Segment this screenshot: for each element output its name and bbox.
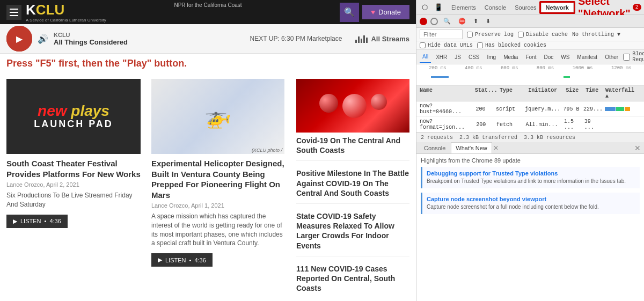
play-button-ring: ▶ xyxy=(6,26,32,52)
helicopter-image: 🚁 (KCLU photo / xyxy=(151,79,284,154)
search-button[interactable]: 🔍 xyxy=(340,3,359,22)
col-header-time: Time xyxy=(586,87,603,99)
whats-new-tab-button[interactable]: What's New xyxy=(451,142,492,153)
inspect-icon[interactable]: ⬡ xyxy=(420,2,430,12)
type-tab-js[interactable]: JS xyxy=(452,51,464,63)
blocked-requests-checkbox[interactable]: Blocked Requests xyxy=(623,51,644,63)
article-card-helicopter: 🚁 (KCLU photo / Experimental Helicopter … xyxy=(151,79,286,301)
theater-article-title[interactable]: South Coast Theater Festival Provides Pl… xyxy=(6,158,141,179)
tab-console[interactable]: Console xyxy=(480,3,510,12)
transferred-size: 2.3 kB transferred xyxy=(459,135,517,141)
logo-clu: CLU xyxy=(36,2,64,18)
devtools-toolbar2: 🔍 ⛔ ⬆ ⬇ xyxy=(416,15,644,28)
filter-input[interactable] xyxy=(420,30,463,39)
table-row[interactable]: now?format=json... 200 fetch All.min... … xyxy=(416,117,644,133)
screenshot-desc: Capture node screenshot for a full node … xyxy=(427,203,635,211)
milestone-article-title[interactable]: Positive Milestone In The Battle Against… xyxy=(296,168,409,198)
network-tab-wrapper: Network xyxy=(541,3,574,12)
donate-button[interactable]: ♥ Donate xyxy=(362,5,409,19)
type-tab-manifest[interactable]: Manifest xyxy=(574,51,600,63)
listen-separator-2: • xyxy=(189,257,192,263)
player-bar: ▶ 🔊 KCLU All Things Considered NEXT UP: … xyxy=(0,24,416,54)
record-stop-btn[interactable] xyxy=(420,18,427,25)
devtools-panel: ⬡ 📱 Elements Console Sources Network Sel… xyxy=(416,0,644,301)
theater-listen-button[interactable]: ▶ LISTEN • 4:36 xyxy=(6,215,68,228)
type-tab-ws[interactable]: WS xyxy=(558,51,572,63)
volume-icon[interactable]: 🔊 xyxy=(38,34,48,44)
row2-status: 200 xyxy=(476,122,494,128)
type-tab-font[interactable]: Font xyxy=(523,51,539,63)
disable-cache-checkbox[interactable]: Disable cache xyxy=(518,32,568,38)
play-triangle-icon: ▶ xyxy=(13,218,17,225)
all-streams-button[interactable]: All Streams xyxy=(355,34,409,43)
row2-type: fetch xyxy=(496,122,524,128)
wf-green-seg xyxy=(616,107,624,111)
type-tab-xhr[interactable]: XHR xyxy=(433,51,450,63)
row1-time: 229... xyxy=(583,106,603,112)
type-tab-media[interactable]: Media xyxy=(501,51,521,63)
type-filter-tabs: All XHR JS CSS Img Media Font Doc WS Man… xyxy=(416,50,644,64)
wf-orange-seg xyxy=(625,107,630,111)
wf-blue-seg xyxy=(605,107,616,111)
export-icon[interactable]: ⬇ xyxy=(484,17,493,26)
preserve-log-icon[interactable]: ⛔ xyxy=(456,17,468,26)
table-row[interactable]: now?bust=84660... 200 script jquery.m...… xyxy=(416,101,644,117)
row1-status: 200 xyxy=(476,106,494,112)
safety-article-title[interactable]: State COVID-19 Safety Measures Relaxed T… xyxy=(296,211,409,251)
row2-initiator: All.min... xyxy=(526,122,562,128)
has-blocked-cookies-checkbox[interactable]: Has blocked cookies xyxy=(477,42,546,48)
theater-plays-text: plays xyxy=(71,102,109,119)
tab-elements[interactable]: Elements xyxy=(447,3,480,12)
row1-initiator: jquery.m... xyxy=(525,106,561,112)
col-header-status: Stat... xyxy=(475,87,497,99)
station-program: All Things Considered xyxy=(54,38,245,46)
type-tab-css[interactable]: CSS xyxy=(466,51,482,63)
hide-data-urls-checkbox[interactable]: Hide data URLs xyxy=(420,42,473,48)
row2-size: 1.5 ... xyxy=(564,119,582,130)
clear-btn[interactable] xyxy=(430,18,438,25)
helicopter-article-title[interactable]: Experimental Helicopter Designed, Built … xyxy=(151,158,286,200)
filter-icon[interactable]: 🔍 xyxy=(441,17,453,26)
covid-article-title[interactable]: Covid-19 On The Central And South Coasts xyxy=(296,136,409,155)
col-header-size: Size xyxy=(566,87,583,99)
photo-credit: (KCLU photo / xyxy=(252,148,282,153)
requests-count: 2 requests xyxy=(421,135,453,141)
article-card-theater: new plays LAUNCH PAD South Coast Theater… xyxy=(6,79,141,301)
console-item-screenshot: Capture node screenshot beyond viewport … xyxy=(421,193,640,214)
screenshot-title[interactable]: Capture node screenshot beyond viewport xyxy=(427,196,635,202)
no-throttling-select[interactable]: No throttling ▼ xyxy=(572,32,620,38)
right-article-safety: State COVID-19 Safety Measures Relaxed T… xyxy=(296,211,409,256)
tab-network[interactable]: Network xyxy=(541,3,574,12)
table-header: Name Stat... Type Initiator Size Time Wa… xyxy=(416,86,644,101)
next-up-text: NEXT UP: 6:30 PM Marketplace xyxy=(250,35,342,42)
type-tab-all[interactable]: All xyxy=(420,51,431,63)
stats-bar: 2 requests 2.3 kB transferred 3.3 kB res… xyxy=(416,133,644,142)
station-name: KCLU xyxy=(54,32,245,38)
hamburger-button[interactable] xyxy=(6,5,21,20)
helicopter-listen-button[interactable]: ▶ LISTEN • 4:36 xyxy=(151,253,213,267)
logo-area: K CLU A Service of California Lutheran U… xyxy=(6,2,106,23)
col-header-waterfall: Waterfall ▲ xyxy=(605,87,641,99)
highlights-heading: Highlights from the Chrome 89 update xyxy=(421,157,640,164)
play-button[interactable]: ▶ xyxy=(8,27,31,50)
col-header-initiator: Initiator xyxy=(528,87,564,99)
console-tab-button[interactable]: Console xyxy=(420,143,450,153)
console-area: Console What's New ✕ ✕ Highlights from t… xyxy=(416,142,644,301)
type-tab-doc[interactable]: Doc xyxy=(541,51,556,63)
preserve-log-checkbox[interactable]: Preserve log xyxy=(467,32,514,38)
network-table: Name Stat... Type Initiator Size Time Wa… xyxy=(416,86,644,133)
type-tab-img[interactable]: Img xyxy=(484,51,499,63)
devtools-toolbar: ⬡ 📱 Elements Console Sources Network Sel… xyxy=(416,0,644,15)
tab-sources[interactable]: Sources xyxy=(510,3,540,12)
close-console-panel[interactable]: ✕ xyxy=(634,144,641,152)
filter-bar-2: Hide data URLs Has blocked cookies xyxy=(416,41,644,50)
console-item-trusted-types: Debugging support for Trusted Type viola… xyxy=(421,167,640,188)
type-tab-other[interactable]: Other xyxy=(602,51,621,63)
whats-new-close[interactable]: ✕ xyxy=(493,144,499,152)
logo-k: K xyxy=(26,2,36,18)
trusted-types-title[interactable]: Debugging support for Trusted Type viola… xyxy=(427,170,635,177)
111-article-title[interactable]: 111 New COVID-19 Cases Reported On Centr… xyxy=(296,264,409,293)
console-tabs: Console What's New ✕ ✕ xyxy=(416,142,644,154)
device-icon[interactable]: 📱 xyxy=(432,2,445,12)
import-icon[interactable]: ⬆ xyxy=(471,17,480,26)
